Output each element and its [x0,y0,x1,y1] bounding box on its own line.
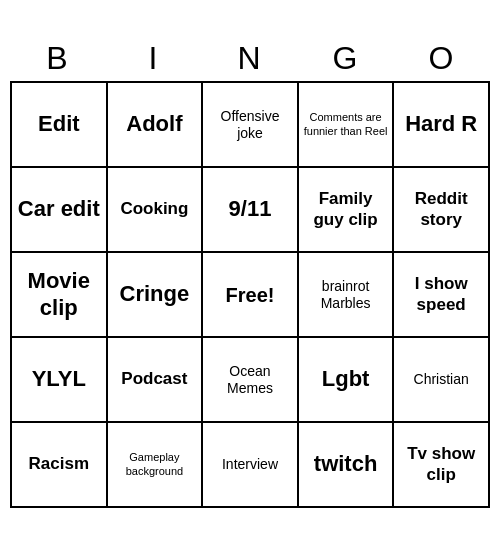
bingo-card: B I N G O Edit Adolf Offensive joke Comm… [10,36,490,508]
cell-1-4[interactable]: Reddit story [394,168,490,253]
bingo-grid: Edit Adolf Offensive joke Comments are f… [10,81,490,508]
cell-0-1[interactable]: Adolf [108,83,204,168]
header-i: I [106,36,202,81]
cell-3-4[interactable]: Christian [394,338,490,423]
cell-4-2[interactable]: Interview [203,423,299,508]
cell-2-1[interactable]: Cringe [108,253,204,338]
cell-2-2-free[interactable]: Free! [203,253,299,338]
cell-0-0[interactable]: Edit [12,83,108,168]
cell-1-0[interactable]: Car edit [12,168,108,253]
bingo-header: B I N G O [10,36,490,81]
cell-1-1[interactable]: Cooking [108,168,204,253]
cell-3-2[interactable]: Ocean Memes [203,338,299,423]
cell-0-4[interactable]: Hard R [394,83,490,168]
header-n: N [202,36,298,81]
cell-4-4[interactable]: Tv show clip [394,423,490,508]
cell-2-3[interactable]: brainrot Marbles [299,253,395,338]
cell-4-3[interactable]: twitch [299,423,395,508]
cell-1-2[interactable]: 9/11 [203,168,299,253]
cell-3-1[interactable]: Podcast [108,338,204,423]
cell-1-3[interactable]: Family guy clip [299,168,395,253]
header-b: B [10,36,106,81]
cell-0-3[interactable]: Comments are funnier than Reel [299,83,395,168]
cell-4-1[interactable]: Gameplay background [108,423,204,508]
cell-3-0[interactable]: YLYL [12,338,108,423]
header-o: O [394,36,490,81]
cell-3-3[interactable]: Lgbt [299,338,395,423]
cell-2-4[interactable]: I show speed [394,253,490,338]
cell-4-0[interactable]: Racism [12,423,108,508]
cell-0-2[interactable]: Offensive joke [203,83,299,168]
cell-2-0[interactable]: Movie clip [12,253,108,338]
header-g: G [298,36,394,81]
